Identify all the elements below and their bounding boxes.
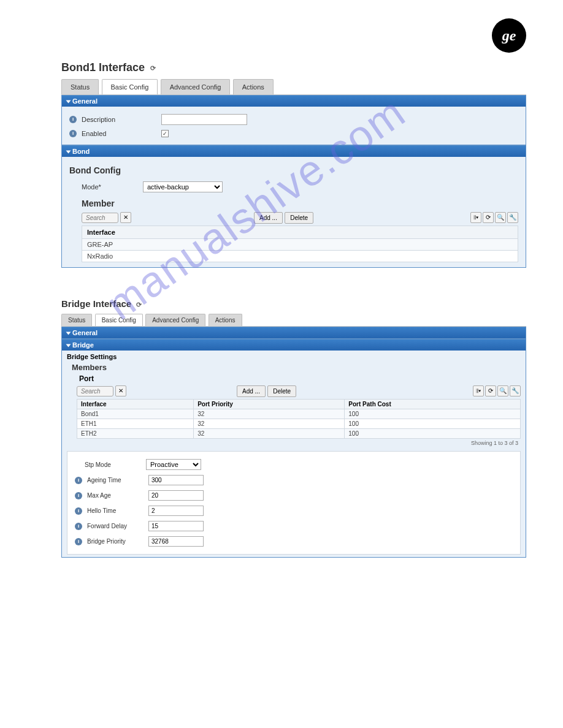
ageing-label: Ageing Time: [87, 477, 148, 483]
chevron-down-icon: [66, 100, 71, 104]
fwd-input[interactable]: [148, 521, 204, 531]
info-icon: i: [75, 492, 82, 499]
table-row[interactable]: Bond132100: [77, 409, 521, 419]
mode-label: Mode*: [82, 183, 143, 191]
col-cost[interactable]: Port Path Cost: [345, 400, 521, 409]
member-search-input[interactable]: [82, 213, 118, 223]
mode-select[interactable]: active-backup: [143, 181, 223, 192]
bridge-panel: Bridge Bridge Settings Members Port ✕: [61, 339, 526, 558]
maxage-input[interactable]: [148, 490, 204, 501]
member-table: Interface GRE-AP NxRadio: [82, 226, 518, 262]
enabled-label: Enabled: [82, 130, 161, 137]
col-interface[interactable]: Interface: [77, 400, 194, 409]
hello-input[interactable]: [148, 506, 204, 516]
info-icon: i: [75, 477, 82, 484]
tabs-bar: Status Basic Config Advanced Config Acti…: [61, 314, 526, 327]
delete-button[interactable]: Delete: [285, 212, 313, 224]
bridge-header[interactable]: Bridge: [62, 339, 526, 351]
table-row[interactable]: ETH132100: [77, 419, 521, 429]
general-panel: General: [61, 327, 526, 339]
bond-panel: Bond Bond Config Mode* active-backup Mem…: [61, 145, 526, 268]
columns-icon[interactable]: ⫴▾: [470, 212, 481, 223]
refresh-icon[interactable]: ⟳: [136, 301, 142, 309]
ageing-input[interactable]: [148, 475, 204, 485]
stp-mode-select[interactable]: Proactive: [146, 459, 201, 470]
chevron-down-icon: [66, 344, 71, 347]
ge-logo: ge: [492, 18, 526, 53]
bridge-section: Bridge Interface ⟳ Status Basic Config A…: [61, 298, 526, 558]
table-row[interactable]: GRE-AP: [82, 239, 518, 251]
info-icon: i: [75, 523, 82, 530]
search-icon[interactable]: 🔍: [495, 212, 506, 223]
members-title: Members: [72, 363, 521, 372]
stp-mode-label: Stp Mode: [85, 461, 146, 468]
tab-actions[interactable]: Actions: [233, 79, 274, 94]
col-interface[interactable]: Interface: [82, 226, 518, 239]
tab-basic-config[interactable]: Basic Config: [95, 314, 143, 326]
prio-input[interactable]: [148, 536, 204, 547]
general-panel: General i Description i Enabled ✓: [61, 95, 526, 145]
tab-status[interactable]: Status: [61, 314, 92, 326]
col-priority[interactable]: Port Priority: [194, 400, 345, 409]
refresh-icon[interactable]: ⟳: [150, 64, 156, 72]
add-button[interactable]: Add ...: [237, 385, 266, 397]
enabled-checkbox[interactable]: ✓: [161, 130, 169, 137]
general-header[interactable]: General: [62, 96, 526, 107]
columns-icon[interactable]: ⫴▾: [473, 385, 484, 396]
table-row[interactable]: NxRadio: [82, 251, 518, 262]
general-header[interactable]: General: [62, 327, 526, 338]
tool-icon[interactable]: 🔧: [510, 385, 521, 396]
add-button[interactable]: Add ...: [254, 212, 283, 224]
member-title: Member: [82, 199, 518, 208]
info-icon: i: [69, 116, 77, 123]
tab-basic-config[interactable]: Basic Config: [102, 79, 158, 94]
maxage-label: Max Age: [87, 492, 148, 499]
info-icon: i: [75, 538, 82, 545]
chevron-down-icon: [66, 332, 71, 335]
port-search-input[interactable]: [77, 386, 113, 396]
tab-advanced-config[interactable]: Advanced Config: [145, 314, 205, 326]
fwd-label: Forward Delay: [87, 523, 148, 529]
info-icon: i: [69, 130, 77, 137]
tab-actions[interactable]: Actions: [209, 314, 242, 326]
bridge-settings-title: Bridge Settings: [67, 353, 521, 360]
tab-advanced-config[interactable]: Advanced Config: [161, 79, 231, 94]
bond-config-title: Bond Config: [69, 165, 518, 175]
page-title: Bridge Interface ⟳: [61, 298, 526, 309]
info-icon: i: [75, 507, 82, 515]
chevron-down-icon: [66, 151, 71, 154]
port-title: Port: [79, 374, 94, 383]
clear-search-button[interactable]: ✕: [120, 212, 131, 223]
port-table: Interface Port Priority Port Path Cost B…: [77, 399, 521, 439]
bond1-section: Bond1 Interface ⟳ Status Basic Config Ad…: [61, 61, 526, 268]
reload-icon[interactable]: ⟳: [483, 212, 494, 223]
hello-label: Hello Time: [87, 507, 148, 514]
tab-status[interactable]: Status: [61, 79, 99, 94]
description-input[interactable]: [161, 114, 247, 125]
tool-icon[interactable]: 🔧: [507, 212, 518, 223]
prio-label: Bridge Priority: [87, 538, 148, 545]
clear-search-button[interactable]: ✕: [115, 385, 126, 396]
reload-icon[interactable]: ⟳: [485, 385, 496, 396]
showing-text: Showing 1 to 3 of 3: [77, 439, 521, 447]
description-label: Description: [82, 116, 161, 123]
tabs-bar: Status Basic Config Advanced Config Acti…: [61, 79, 526, 95]
search-icon[interactable]: 🔍: [497, 385, 508, 396]
delete-button[interactable]: Delete: [267, 385, 296, 397]
table-row[interactable]: ETH232100: [77, 429, 521, 439]
page-title: Bond1 Interface ⟳: [61, 61, 526, 74]
bond-header[interactable]: Bond: [62, 146, 526, 157]
